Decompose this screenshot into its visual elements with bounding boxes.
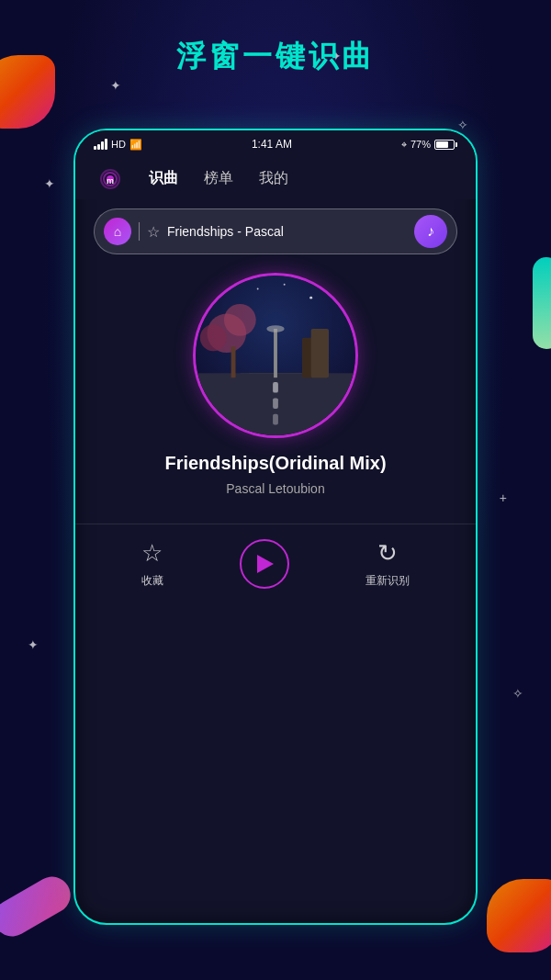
signal-bar-4 — [105, 139, 107, 150]
svg-point-16 — [266, 325, 284, 332]
status-time: 1:41 AM — [252, 138, 292, 151]
star-decoration: ✦ — [110, 78, 121, 93]
signal-bar-3 — [101, 141, 104, 150]
svg-rect-10 — [311, 329, 329, 377]
favorite-button[interactable]: ☆ 收藏 — [141, 539, 163, 589]
battery-icon — [434, 140, 457, 150]
phone-mockup: HD 📶 1:41 AM ⌖ 77% m — [73, 129, 478, 925]
bottom-controls: ☆ 收藏 ↻ 重新识别 — [75, 524, 476, 607]
svg-rect-15 — [274, 329, 277, 377]
status-right: ⌖ 77% — [401, 139, 457, 151]
status-left: HD 📶 — [94, 139, 142, 151]
logo-waves: m — [94, 166, 127, 192]
tab-mine[interactable]: 我的 — [246, 165, 301, 192]
album-section — [75, 273, 476, 438]
song-title: Friendships(Oridinal Mix) — [75, 453, 476, 474]
svg-point-18 — [257, 288, 259, 290]
bluetooth-icon: ⌖ — [401, 139, 407, 151]
battery-percent: 77% — [410, 139, 431, 150]
svg-rect-23 — [273, 398, 278, 409]
page-title: 浮窗一键识曲 — [0, 37, 551, 77]
floating-song-text: Friendships - Pascal — [167, 224, 407, 239]
tab-chart[interactable]: 榜单 — [191, 165, 246, 192]
play-icon — [257, 555, 274, 573]
signal-bar-2 — [97, 144, 100, 150]
svg-rect-14 — [231, 346, 236, 377]
reidentify-label: 重新识别 — [365, 573, 410, 589]
music-note-button[interactable]: ♪ — [414, 215, 447, 248]
nav-tabs: m 识曲 榜单 我的 — [75, 158, 476, 199]
battery-tip — [455, 142, 457, 147]
album-art — [193, 273, 358, 438]
battery-fill — [436, 141, 448, 148]
svg-rect-22 — [273, 382, 278, 393]
star-decoration: ✧ — [512, 686, 523, 701]
svg-point-17 — [221, 292, 224, 295]
wifi-icon: 📶 — [129, 139, 142, 151]
signal-bars — [94, 139, 107, 150]
app-logo: m — [94, 166, 127, 192]
signal-bar-1 — [94, 146, 96, 150]
favorite-icon: ☆ — [141, 539, 163, 568]
favorite-label: 收藏 — [141, 573, 163, 589]
home-button[interactable]: ⌂ — [104, 218, 131, 245]
svg-rect-24 — [273, 414, 278, 425]
divider — [139, 222, 140, 241]
tab-recognize[interactable]: 识曲 — [136, 165, 191, 192]
status-bar: HD 📶 1:41 AM ⌖ 77% — [75, 130, 476, 158]
star-decoration: ✦ — [44, 176, 55, 191]
favorite-icon-small: ☆ — [147, 223, 160, 241]
star-decoration: ✧ — [457, 118, 468, 132]
svg-text:m: m — [107, 176, 114, 186]
floating-bar[interactable]: ⌂ ☆ Friendships - Pascal ♪ — [94, 208, 457, 254]
svg-point-13 — [200, 324, 227, 351]
svg-point-12 — [224, 304, 256, 336]
home-icon: ⌂ — [114, 224, 121, 239]
svg-point-21 — [284, 284, 286, 286]
svg-point-19 — [309, 297, 312, 299]
reidentify-button[interactable]: ↻ 重新识别 — [365, 539, 410, 589]
album-svg — [196, 276, 355, 435]
decoration-blob-orange-right — [487, 879, 551, 952]
svg-point-20 — [332, 288, 334, 290]
star-decoration: + — [500, 490, 507, 505]
song-artist: Pascal Letoubion — [75, 481, 476, 496]
signal-label: HD — [111, 139, 126, 150]
reidentify-icon: ↻ — [377, 539, 398, 568]
music-note-icon: ♪ — [427, 223, 434, 240]
play-button[interactable] — [240, 539, 289, 589]
star-decoration: ✦ — [28, 637, 39, 652]
battery-body — [434, 140, 455, 150]
decoration-blob-teal — [533, 257, 551, 349]
